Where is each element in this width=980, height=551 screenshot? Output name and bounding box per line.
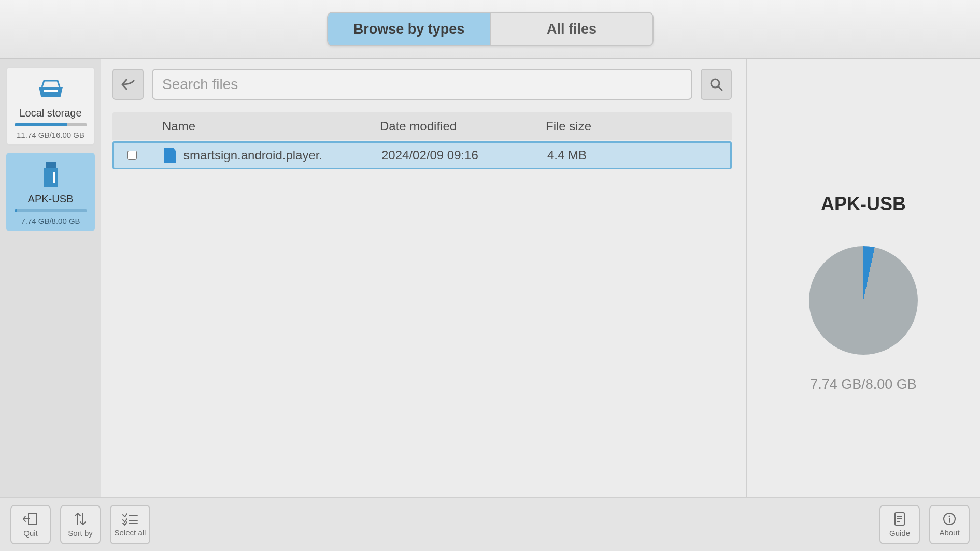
svg-rect-2: [44, 168, 58, 187]
sidebar-item-label: APK-USB: [28, 193, 74, 205]
detail-title: APK-USB: [821, 193, 906, 215]
bottom-toolbar: Quit Sort by Select all: [0, 497, 980, 551]
local-storage-icon: [35, 76, 66, 101]
file-icon: [164, 148, 176, 163]
quit-icon: [22, 511, 39, 527]
sidebar-item-apk-usb[interactable]: APK-USB 7.74 GB/8.00 GB: [6, 153, 95, 231]
svg-rect-1: [46, 162, 56, 168]
file-date-text: 2024/02/09 09:16: [381, 148, 547, 163]
sort-icon: [73, 511, 88, 527]
quit-button[interactable]: Quit: [10, 505, 51, 544]
tab-all-files[interactable]: All files: [490, 13, 652, 45]
file-size-text: 4.4 MB: [547, 148, 730, 163]
row-checkbox[interactable]: [127, 151, 137, 160]
sidebar-item-local-storage[interactable]: Local storage 11.74 GB/16.00 GB: [6, 67, 95, 146]
column-header-size[interactable]: File size: [546, 119, 732, 134]
guide-icon: [893, 511, 906, 527]
column-header-name[interactable]: Name: [162, 119, 380, 134]
tool-label: Guide: [889, 529, 910, 538]
storage-sidebar: Local storage 11.74 GB/16.00 GB APK-USB …: [0, 59, 101, 497]
storage-usage-text: 7.74 GB/8.00 GB: [21, 216, 80, 225]
top-tab-bar: Browse by types All files: [0, 0, 980, 59]
storage-usage-bar: [15, 123, 87, 126]
search-button[interactable]: [701, 69, 732, 100]
file-browser: Name Date modified File size smartsign.a…: [101, 59, 747, 497]
search-icon: [709, 77, 723, 92]
storage-detail-panel: APK-USB 7.74 GB/8.00 GB: [747, 59, 980, 497]
select-all-button[interactable]: Select all: [110, 505, 150, 544]
sort-by-button[interactable]: Sort by: [60, 505, 101, 544]
storage-usage-bar: [15, 209, 87, 212]
back-button[interactable]: [112, 69, 144, 100]
file-table-header: Name Date modified File size: [112, 112, 732, 140]
storage-usage-text: 11.74 GB/16.00 GB: [17, 130, 84, 139]
back-arrow-icon: [120, 78, 136, 91]
storage-pie-chart: [809, 246, 918, 355]
file-name-text: smartsign.android.player.: [183, 148, 322, 163]
svg-rect-3: [53, 172, 55, 183]
view-mode-tabs: Browse by types All files: [327, 12, 654, 46]
detail-usage-text: 7.74 GB/8.00 GB: [810, 376, 917, 393]
svg-point-12: [949, 516, 950, 517]
svg-line-5: [718, 86, 722, 90]
svg-rect-0: [44, 90, 58, 92]
usb-drive-icon: [35, 162, 66, 187]
tool-label: Quit: [23, 529, 38, 538]
select-all-icon: [122, 512, 138, 526]
column-header-date[interactable]: Date modified: [380, 119, 546, 134]
table-row[interactable]: smartsign.android.player. 2024/02/09 09:…: [112, 141, 732, 169]
tool-label: Select all: [115, 528, 146, 537]
tool-label: About: [939, 528, 959, 537]
tab-browse-by-types[interactable]: Browse by types: [328, 13, 490, 45]
tool-label: Sort by: [68, 529, 93, 538]
info-icon: [942, 512, 957, 526]
sidebar-item-label: Local storage: [19, 107, 81, 119]
guide-button[interactable]: Guide: [879, 505, 920, 544]
about-button[interactable]: About: [929, 505, 970, 544]
search-input[interactable]: [152, 69, 692, 100]
